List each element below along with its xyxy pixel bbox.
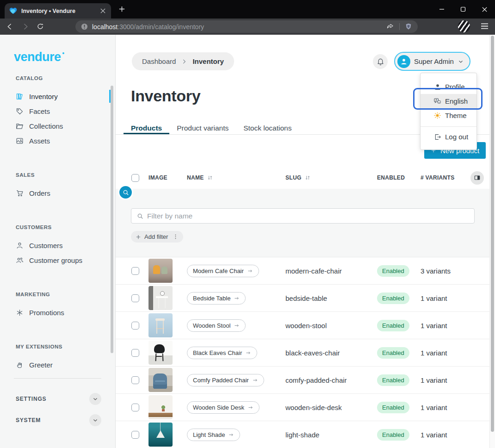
select-all-checkbox[interactable]: [131, 174, 139, 182]
enabled-badge: Enabled: [377, 320, 409, 331]
column-picker-button[interactable]: [470, 171, 484, 185]
filter-input-wrap: [131, 208, 475, 224]
product-slug: light-shade: [285, 431, 377, 439]
sidebar-item-greeter[interactable]: Greeter: [0, 357, 115, 372]
new-tab-button[interactable]: [118, 6, 125, 12]
notifications-button[interactable]: [373, 54, 388, 69]
sidebar-section-label: MARKETING: [16, 292, 115, 298]
menu-item-profile[interactable]: Profile: [421, 80, 476, 94]
product-name-button[interactable]: Light Shade: [187, 429, 240, 441]
table-row: Comfy Padded Chaircomfy-padded-chairEnab…: [116, 367, 489, 394]
share-icon[interactable]: [386, 23, 394, 31]
sort-icon[interactable]: [304, 174, 311, 181]
sidebar-group-settings[interactable]: SETTINGS: [0, 390, 115, 408]
search-toggle-button[interactable]: [119, 186, 132, 199]
sidebar: vendure CATALOGInventoryFacetsCollection…: [0, 35, 116, 448]
product-name-button[interactable]: Modern Cafe Chair: [187, 265, 259, 277]
product-image-light-shade[interactable]: [148, 423, 173, 447]
add-filter-button[interactable]: Add filter: [131, 231, 183, 243]
column-header-variants: # VARIANTS: [421, 171, 489, 185]
sidebar-item-promotions[interactable]: Promotions: [0, 305, 115, 320]
tab-close-icon[interactable]: [99, 7, 106, 15]
more-options-icon[interactable]: [173, 234, 179, 240]
customers-icon: [16, 242, 24, 249]
breadcrumb-dashboard[interactable]: Dashboard: [142, 57, 176, 65]
sidebar-section-label: SALES: [16, 172, 115, 178]
breadcrumb-inventory[interactable]: Inventory: [192, 57, 224, 65]
address-bar[interactable]: localhost:3000/admin/catalog/inventory: [75, 20, 418, 33]
row-checkbox[interactable]: [131, 376, 139, 384]
product-image-bedside-table[interactable]: [148, 286, 173, 310]
row-checkbox[interactable]: [131, 294, 139, 302]
promotions-icon: [16, 309, 24, 317]
chevron-down-icon[interactable]: [89, 393, 101, 405]
chevron-down-icon[interactable]: [89, 414, 101, 426]
enabled-badge: Enabled: [377, 402, 409, 413]
product-name-button[interactable]: Black Eaves Chair: [187, 347, 257, 359]
forward-button[interactable]: [21, 23, 29, 31]
inventory-icon: [16, 93, 24, 100]
user-menu-button[interactable]: Super Admin: [394, 52, 470, 71]
product-image-comfy-padded-chair[interactable]: [148, 368, 173, 392]
menu-item-english[interactable]: AEnglish: [421, 94, 476, 108]
plus-icon: [136, 234, 141, 240]
orders-icon: [16, 189, 24, 197]
sidebar-item-orders[interactable]: Orders: [0, 186, 115, 200]
sidebar-item-customers[interactable]: Customers: [0, 238, 115, 253]
customer-groups-icon: [16, 256, 24, 264]
row-checkbox[interactable]: [131, 322, 139, 330]
product-image-wooden-side-desk[interactable]: [148, 395, 173, 419]
sidebar-group-system[interactable]: SYSTEM: [0, 411, 115, 429]
browser-tab[interactable]: Inventory • Vendure: [5, 3, 111, 19]
language-icon: A: [433, 97, 441, 105]
tab-products[interactable]: Products: [124, 118, 169, 134]
user-dropdown-menu: ProfileAEnglishThemeLog out: [420, 73, 477, 150]
product-name-button[interactable]: Bedside Table: [187, 292, 246, 305]
product-name-button[interactable]: Wooden Stool: [187, 319, 246, 332]
product-name-button[interactable]: Wooden Side Desk: [187, 401, 260, 414]
row-checkbox[interactable]: [131, 349, 139, 357]
sidebar-item-collections[interactable]: Collections: [0, 118, 115, 133]
tab-stock-locations[interactable]: Stock locations: [236, 118, 299, 134]
profile-icon: [433, 83, 441, 91]
url-path: :3000/admin/catalog/inventory: [118, 23, 204, 31]
column-header-slug[interactable]: SLUG: [285, 174, 377, 181]
sidebar-scrollbar[interactable]: [111, 86, 113, 353]
row-checkbox[interactable]: [131, 267, 139, 275]
row-checkbox[interactable]: [131, 431, 139, 439]
tab-product-variants[interactable]: Product variants: [169, 118, 236, 134]
variant-count: 1 variant: [421, 404, 489, 411]
brave-shield-icon[interactable]: [405, 23, 412, 31]
sidebar-item-assets[interactable]: Assets: [0, 133, 115, 148]
menu-divider: [421, 126, 476, 127]
column-header-name[interactable]: NAME: [187, 174, 285, 181]
menu-item-theme[interactable]: Theme: [421, 108, 476, 123]
page-title: Inventory: [131, 87, 200, 105]
sort-icon[interactable]: [207, 174, 213, 181]
product-image-modern-cafe-chair[interactable]: [148, 259, 173, 283]
browser-menu-icon[interactable]: [481, 23, 489, 30]
enabled-badge: Enabled: [377, 374, 409, 386]
back-button[interactable]: [6, 23, 14, 31]
reload-button[interactable]: [37, 23, 44, 30]
search-icon: [137, 213, 143, 219]
site-info-icon[interactable]: [81, 23, 88, 30]
enabled-badge: Enabled: [377, 292, 409, 304]
product-name-button[interactable]: Comfy Padded Chair: [187, 374, 264, 386]
window-close-button[interactable]: [474, 0, 495, 19]
product-image-black-eaves-chair[interactable]: [148, 341, 173, 365]
menu-item-log-out[interactable]: Log out: [421, 130, 476, 144]
product-image-wooden-stool[interactable]: [148, 313, 173, 337]
page-scrollbar[interactable]: [489, 35, 495, 448]
product-slug: comfy-padded-chair: [285, 376, 377, 384]
sidebar-item-customer-groups[interactable]: Customer groups: [0, 253, 115, 268]
sidebar-item-inventory[interactable]: Inventory: [0, 89, 115, 104]
facets-icon: [16, 107, 24, 115]
sidebar-section-label: CATALOG: [16, 75, 115, 81]
window-maximize-button[interactable]: [452, 0, 474, 19]
window-minimize-button[interactable]: [431, 0, 452, 19]
sidebar-item-facets[interactable]: Facets: [0, 104, 115, 118]
filter-by-name-input[interactable]: [147, 212, 469, 220]
row-checkbox[interactable]: [131, 404, 139, 411]
browser-profile-avatar[interactable]: [458, 20, 470, 32]
